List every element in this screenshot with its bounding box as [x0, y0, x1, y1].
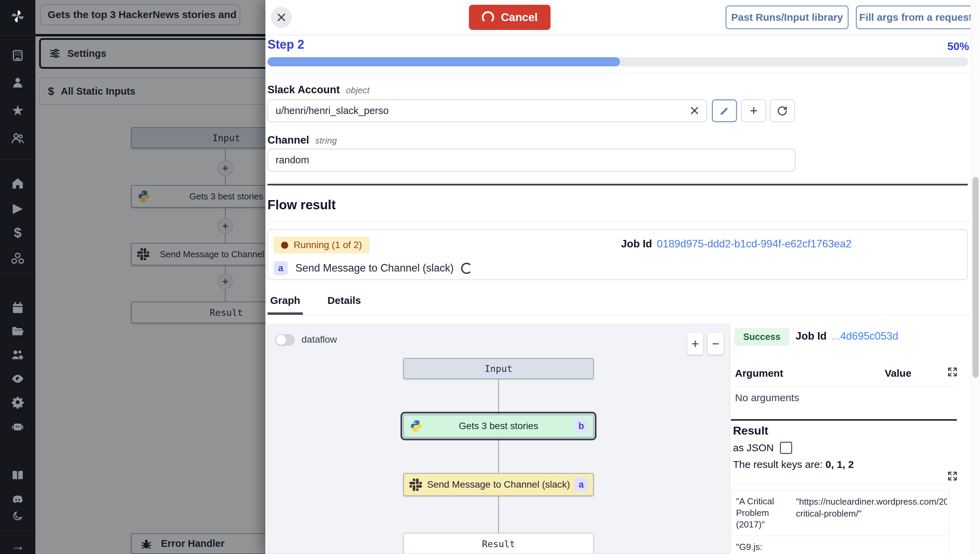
tab-graph[interactable]: Graph [267, 295, 303, 315]
success-status-badge: Success [734, 328, 789, 346]
windmill-logo-icon[interactable] [0, 8, 35, 24]
graph-edge [498, 496, 499, 533]
result-table: "A Critical Problem (2017)" "https://nuc… [731, 483, 950, 554]
app-sidebar: ★ ▶ $ → [0, 0, 35, 554]
home-icon[interactable] [0, 176, 35, 191]
node-badge: b [574, 419, 588, 433]
graph-node-result[interactable]: Result [403, 533, 594, 554]
schedules-calendar-icon[interactable] [0, 301, 35, 315]
step-job-id-link[interactable]: 4d695c053d [840, 330, 898, 342]
workers-robot-icon[interactable] [0, 419, 35, 434]
channel-label: Channel string [267, 134, 337, 146]
resources-cubes-icon[interactable] [0, 251, 35, 266]
step-job-id-row: Job Id ...4d695c053d [795, 330, 898, 342]
runs-play-icon[interactable]: ▶ [0, 201, 35, 215]
channel-input[interactable] [267, 149, 795, 172]
as-json-checkbox[interactable] [780, 442, 792, 454]
result-key-cell: "G9.js: Automatically [731, 536, 792, 554]
node-badge: a [574, 478, 588, 492]
progress-bar-fill [267, 57, 620, 66]
modal-overlay[interactable] [35, 0, 266, 554]
slack-account-input[interactable] [267, 99, 707, 122]
graph-node-input[interactable]: Input [403, 358, 594, 379]
cancel-run-button[interactable]: Cancel [469, 5, 550, 30]
refresh-resource-button[interactable] [770, 99, 795, 122]
expand-sidebar-arrow-icon[interactable]: → [0, 538, 35, 553]
scrollbar-thumb[interactable] [972, 177, 978, 378]
result-key-cell: "A Critical Problem (2017)" [731, 490, 792, 536]
add-resource-button[interactable]: + [741, 99, 766, 122]
python-icon [409, 419, 423, 433]
dataflow-label: dataflow [301, 334, 337, 345]
tab-details[interactable]: Details [325, 295, 363, 315]
running-status-badge: Running (1 of 2) [274, 237, 369, 253]
step-id-badge: a [274, 261, 288, 275]
value-column-header: Value [885, 368, 911, 379]
step-job-panel: Success Job Id ...4d695c053d Argument Va… [731, 324, 970, 554]
status-dot-icon [281, 242, 288, 249]
progress-percent: 50% [947, 40, 969, 53]
step-progress-label: Step 2 [267, 37, 304, 52]
slack-account-label: Slack Account object [267, 84, 369, 96]
user-icon[interactable] [0, 75, 35, 90]
progress-bar [267, 57, 969, 66]
edit-resource-button[interactable] [712, 99, 737, 122]
drawer-scrollbar[interactable] [970, 0, 980, 554]
close-icon[interactable] [271, 7, 292, 28]
result-value-cell: "http://omrelli.ug/g9/gallery/" [792, 536, 949, 554]
flow-status-card: Running (1 of 2) Job Id 0189d975-ddd2-b1… [267, 229, 968, 280]
table-row: "G9.js: Automatically "http://omrelli.ug… [731, 536, 949, 554]
folders-icon[interactable] [0, 324, 35, 339]
tabs-divider [266, 315, 980, 315]
slack-account-field [267, 99, 707, 122]
clear-field-icon[interactable] [688, 104, 701, 117]
zoom-out-button[interactable]: − [708, 333, 724, 355]
no-arguments-text: No arguments [735, 392, 799, 404]
result-heading: Result [733, 424, 768, 437]
zoom-in-button[interactable]: + [687, 333, 703, 355]
sidebar-divider [0, 35, 35, 35]
docs-book-icon[interactable] [0, 468, 35, 483]
table-row: "A Critical Problem (2017)" "https://nuc… [731, 490, 949, 536]
flow-result-heading: Flow result [267, 198, 336, 212]
result-value-cell: "https://nucleardiner.wordpress.com/2017… [792, 490, 949, 536]
slack-icon [409, 478, 422, 491]
run-preview-drawer: Cancel Past Runs/Input library Fill args… [266, 0, 980, 554]
workspace-building-icon[interactable] [0, 48, 35, 63]
toggle-knob [276, 335, 286, 345]
sidebar-divider [0, 531, 35, 531]
section-divider [267, 184, 968, 185]
table-header-strip [731, 484, 949, 490]
expand-result-icon[interactable] [947, 470, 958, 482]
dark-mode-moon-icon[interactable] [0, 509, 35, 523]
users-icon[interactable] [0, 131, 35, 146]
variables-dollar-icon[interactable]: $ [0, 225, 35, 240]
drawer-header: Cancel Past Runs/Input library Fill args… [266, 0, 980, 35]
expand-args-icon[interactable] [947, 366, 958, 378]
fill-args-button[interactable]: Fill args from a request [856, 5, 975, 29]
job-id-link[interactable]: 0189d975-ddd2-b1cd-994f-e62cf1763ea2 [657, 238, 851, 250]
divider [266, 73, 980, 73]
divider [731, 387, 957, 387]
argument-column-header: Argument [735, 368, 783, 379]
discord-icon[interactable] [0, 492, 35, 507]
job-id-row: Job Id 0189d975-ddd2-b1cd-994f-e62cf1763… [621, 238, 852, 250]
groups-users-gear-icon[interactable] [0, 347, 35, 362]
graph-edge [498, 379, 499, 414]
graph-node-step-b[interactable]: Gets 3 best stories b [403, 414, 594, 438]
favorites-star-icon[interactable]: ★ [0, 103, 35, 118]
flow-graph-panel: dataflow + − Input Gets 3 best stories b… [267, 324, 730, 554]
audit-eye-icon[interactable] [0, 371, 35, 386]
result-tabs: Graph Details [267, 295, 364, 315]
pencil-icon [719, 106, 730, 116]
graph-node-step-a[interactable]: Send Message to Channel (slack) a [403, 473, 594, 496]
divider [266, 221, 980, 222]
step-running-spinner-icon [461, 263, 472, 274]
dataflow-toggle[interactable] [275, 334, 295, 346]
sidebar-divider [0, 274, 35, 274]
settings-gear-icon[interactable] [0, 395, 35, 410]
as-json-row: as JSON [733, 442, 792, 454]
past-runs-button[interactable]: Past Runs/Input library [725, 5, 849, 29]
result-keys-text: The result keys are: 0, 1, 2 [733, 459, 854, 470]
current-step-row: a Send Message to Channel (slack) [274, 261, 472, 275]
